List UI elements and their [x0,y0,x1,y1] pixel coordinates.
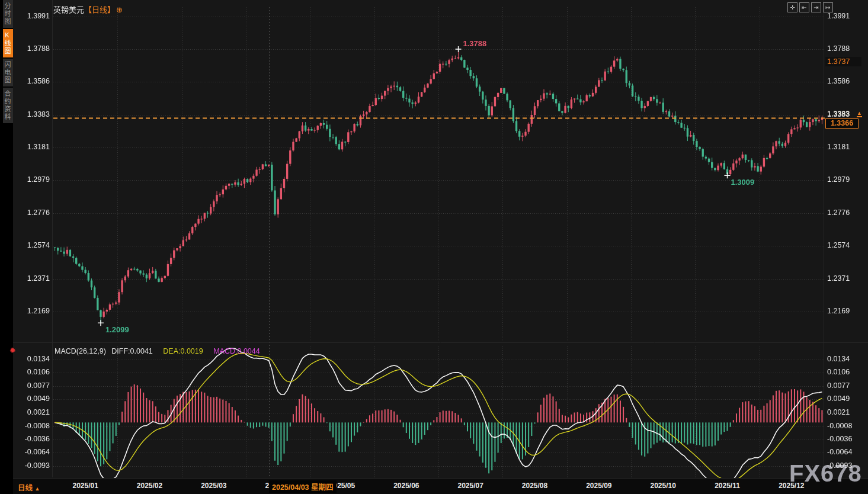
sidebar-tab-1[interactable]: K线图 [3,29,13,57]
month-label: 2025/06 [387,482,425,490]
price-axis-label-left: 1.2776 [14,208,50,217]
macd-axis-label-left: 0.0049 [14,394,50,403]
price-axis-label-right: 1.3586 [827,77,863,85]
period-selector-label: 日线 [18,484,33,492]
macd-title: MACD(26,12,9) [55,347,106,355]
macd-macd-value: MACD:0.0044 [213,347,260,355]
macd-axis-label-right: 0.0106 [827,368,863,376]
price-axis-label-right: 1.2979 [827,175,863,184]
chart-settings-icon[interactable]: ⊕ [116,5,123,14]
price-axis-label-right: 1.3991 [827,12,863,20]
macd-settings-icon[interactable]: ✹ [9,346,16,355]
high-annotation: 1.3788 [463,39,487,48]
sidebar-tab-3[interactable]: 合约资料 [3,88,13,123]
macd-axis-label-right: -0.0093 [827,461,863,470]
current-price-box: 1.3366 [825,118,859,129]
price-axis-label-left: 1.3788 [14,44,50,53]
crosshair-date-tooltip: 2025/04/03 星期四 [269,480,337,493]
price-axis-label-left: 1.2169 [14,307,50,315]
price-axis-label-right: 1.2371 [827,274,863,283]
macd-axis-label-right: 0.0049 [827,394,863,403]
chart-toolbar: ✛⇤⇥↦ [787,2,833,12]
month-label: 2025/12 [773,482,811,490]
candlestick-macd-chart[interactable] [0,0,868,494]
macd-axis-label-left: -0.0008 [14,422,50,430]
price-axis-label-right: 1.3181 [827,143,863,151]
symbol-name: 英镑美元 [53,5,84,14]
chart-title: 英镑美元【日线】⊕ [53,4,123,15]
price-axis-label-left: 1.2371 [14,274,50,283]
macd-axis-label-left: -0.0093 [14,461,50,470]
macd-axis-label-left: -0.0036 [14,435,50,443]
price-axis-label-left: 1.3383 [14,110,50,118]
jan-low-annotation: 1.2099 [105,325,129,334]
period-selector-arrow-icon: ▲ [35,486,40,492]
macd-axis-label-right: -0.0064 [827,448,863,456]
session-high-marker: 1.3737 [825,57,861,66]
price-axis-label-left: 1.3586 [14,77,50,85]
compress-axis-icon[interactable]: ⇤ [799,2,809,12]
month-label: 2025/02 [131,482,169,490]
month-label: 2025/11 [709,482,747,490]
macd-axis-label-left: 0.0077 [14,381,50,390]
price-axis-label-left: 1.2979 [14,175,50,184]
price-axis-label-left: 1.2574 [14,241,50,249]
macd-axis-label-right: -0.0008 [827,422,863,430]
month-label: 2025/07 [451,482,489,490]
macd-axis-label-right: -0.0036 [827,435,863,443]
price-axis-label-right: 1.2574 [827,241,863,249]
price-axis-label-right: 1.3383 [827,110,863,118]
expand-axis-icon[interactable]: ⇥ [811,2,821,12]
period-selector[interactable]: 日线 ▲ [18,482,40,493]
macd-header: MACD(26,12,9) DIFF:0.0041 DEA:0.0019 MAC… [55,347,260,355]
sidebar-tab-2[interactable]: 闪电图 [3,59,13,86]
month-label: 2025/09 [580,482,618,490]
month-label: 2025/03 [195,482,233,490]
price-axis-label-right: 1.2776 [827,208,863,217]
macd-axis-label-left: 0.0134 [14,355,50,363]
month-label: 2025/10 [644,482,682,490]
macd-axis-label-right: 0.0077 [827,381,863,390]
go-to-latest-icon[interactable]: ↦ [823,2,833,12]
price-axis-label-right: 1.3788 [827,44,863,53]
month-label: 2025/01 [66,482,104,490]
macd-diff-value: DIFF:0.0041 [111,347,152,355]
price-axis-label-right: 1.2169 [827,307,863,315]
nov-low-annotation: 1.3009 [731,178,755,187]
price-axis-label-left: 1.3181 [14,143,50,151]
price-axis-label-left: 1.3991 [14,12,50,20]
chart-type-sidebar: 分时图K线图闪电图合约资料 [3,0,13,494]
macd-dea-value: DEA:0.0019 [163,347,203,355]
macd-axis-label-left: 0.0106 [14,368,50,376]
month-label: 2025/08 [516,482,554,490]
period-tag: 【日线】 [84,5,115,14]
macd-axis-label-left: -0.0064 [14,448,50,456]
macd-axis-label-right: 0.0021 [827,408,863,416]
macd-axis-label-left: 0.0021 [14,408,50,416]
pan-tool-icon[interactable]: ✛ [787,2,797,12]
macd-axis-label-right: 0.0134 [827,355,863,363]
sidebar-tab-0[interactable]: 分时图 [3,0,13,28]
